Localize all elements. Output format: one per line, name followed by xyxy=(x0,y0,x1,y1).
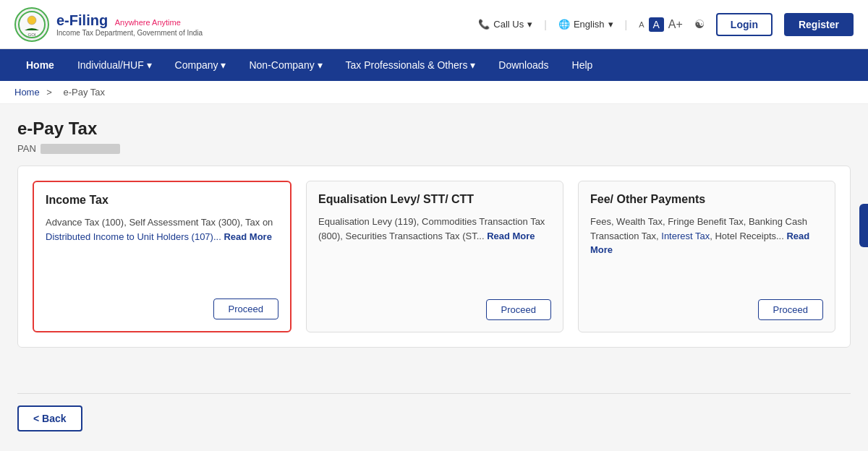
pan-row: PAN xyxy=(17,143,851,154)
logo-text: e-Filing Anywhere Anytime Income Tax Dep… xyxy=(56,12,203,37)
equalisation-proceed-button[interactable]: Proceed xyxy=(486,299,551,320)
nav-item-noncompany[interactable]: Non-Company ▾ xyxy=(237,49,333,81)
login-button[interactable]: Login xyxy=(716,13,773,36)
nav-item-company[interactable]: Company ▾ xyxy=(163,49,238,81)
card-income-tax-footer: Proceed xyxy=(46,298,278,319)
card-equalisation-title: Equalisation Levy/ STT/ CTT xyxy=(318,193,551,206)
card-fee-footer: Proceed xyxy=(590,299,823,320)
nav-item-home[interactable]: Home xyxy=(14,49,66,81)
page-footer: < Back xyxy=(0,394,868,443)
pan-masked-value xyxy=(41,144,120,154)
font-small-button[interactable]: A xyxy=(639,20,644,29)
logo-tagline: Anywhere Anytime xyxy=(115,18,181,27)
cards-container: Income Tax Advance Tax (100), Self Asses… xyxy=(17,166,851,348)
font-controls: A A A+ xyxy=(639,17,683,32)
income-tax-read-more[interactable]: Read More xyxy=(224,231,271,242)
page-title: e-Pay Tax xyxy=(17,119,851,139)
card-income-tax-body: Advance Tax (100), Self Assessment Tax (… xyxy=(46,215,278,244)
language-label: English xyxy=(574,19,605,30)
pan-label: PAN xyxy=(17,143,36,154)
breadcrumb-home[interactable]: Home xyxy=(14,87,40,98)
breadcrumb: Home > e-Pay Tax xyxy=(0,81,868,104)
card-fee-title: Fee/ Other Payments xyxy=(590,193,823,206)
card-fee-other: Fee/ Other Payments Fees, Wealth Tax, Fr… xyxy=(578,181,835,332)
font-large-button[interactable]: A+ xyxy=(668,18,683,31)
header-right: 📞 Call Us ▾ | 🌐 English ▾ | A A A+ ☯ Log… xyxy=(478,13,854,36)
call-us-chevron: ▾ xyxy=(527,19,532,30)
register-button[interactable]: Register xyxy=(784,13,854,36)
contrast-button[interactable]: ☯ xyxy=(694,17,705,31)
back-label: < Back xyxy=(33,413,67,424)
logo-area: GOI e-Filing Anywhere Anytime Income Tax… xyxy=(14,7,203,42)
breadcrumb-separator: > xyxy=(46,87,52,98)
breadcrumb-current: e-Pay Tax xyxy=(64,87,106,98)
font-medium-button[interactable]: A xyxy=(649,17,664,32)
card-equalisation-footer: Proceed xyxy=(318,299,551,320)
lang-chevron: ▾ xyxy=(608,19,613,30)
call-us-button[interactable]: 📞 Call Us ▾ xyxy=(478,19,532,30)
nav-item-taxprofessionals[interactable]: Tax Professionals & Others ▾ xyxy=(334,49,488,81)
logo-subtitle: Income Tax Department, Government of Ind… xyxy=(56,29,203,37)
card-income-tax-title: Income Tax xyxy=(46,194,278,207)
card-income-tax: Income Tax Advance Tax (100), Self Asses… xyxy=(33,181,292,332)
card-equalisation-levy: Equalisation Levy/ STT/ CTT Equalisation… xyxy=(306,181,563,332)
back-button[interactable]: < Back xyxy=(17,405,82,431)
main-nav: Home Individual/HUF ▾ Company ▾ Non-Comp… xyxy=(0,49,868,81)
top-header: GOI e-Filing Anywhere Anytime Income Tax… xyxy=(0,0,868,49)
card-equalisation-body: Equalisation Levy (119), Commodities Tra… xyxy=(318,215,551,243)
income-tax-proceed-button[interactable]: Proceed xyxy=(213,298,278,319)
language-selector[interactable]: 🌐 English ▾ xyxy=(558,19,613,30)
nav-item-downloads[interactable]: Downloads xyxy=(487,49,560,81)
svg-text:GOI: GOI xyxy=(27,33,35,37)
equalisation-read-more[interactable]: Read More xyxy=(487,231,535,241)
nav-item-help[interactable]: Help xyxy=(561,49,605,81)
fee-proceed-button[interactable]: Proceed xyxy=(758,299,823,320)
phone-icon: 📞 xyxy=(478,19,490,30)
globe-icon: 🌐 xyxy=(558,19,570,30)
call-us-label: Call Us xyxy=(493,19,524,30)
svg-point-1 xyxy=(27,16,36,25)
emblem-icon: GOI xyxy=(14,7,49,42)
page-content: e-Pay Tax PAN Income Tax Advance Tax (10… xyxy=(0,104,868,393)
card-fee-body: Fees, Wealth Tax, Fringe Benefit Tax, Ba… xyxy=(590,215,823,257)
nav-item-individual[interactable]: Individual/HUF ▾ xyxy=(66,49,163,81)
logo-title: e-Filing Anywhere Anytime xyxy=(56,12,203,29)
scroll-hint xyxy=(859,204,868,247)
